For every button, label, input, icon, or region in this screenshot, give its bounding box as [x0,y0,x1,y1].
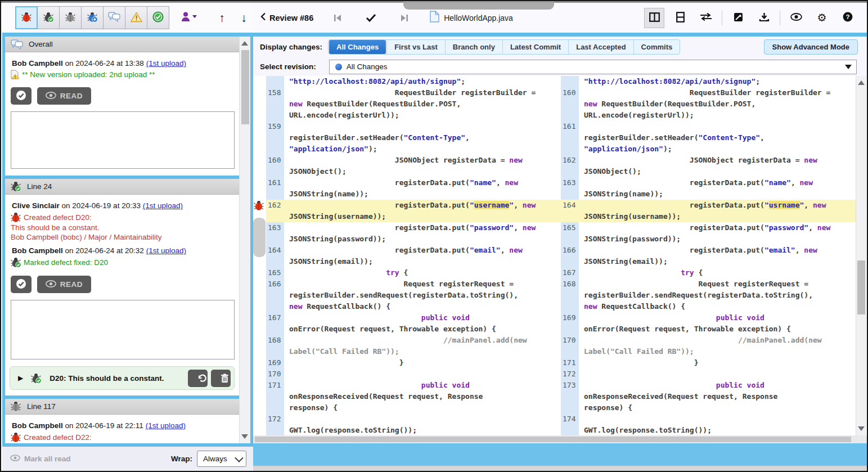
show-advanced-mode-button[interactable]: Show Advanced Mode [764,39,858,55]
line-number [561,76,579,87]
comment-meta: Bob Campbell on 2024-06-19 at 22:11 (1st… [12,421,233,430]
diff-vertical-scrollbar[interactable] [856,76,866,435]
code-line-highlighted: 164 registerData.put("usrname", newJSONS… [561,200,856,222]
eye-white-icon [46,92,56,101]
line-number: 172 [266,413,284,435]
diff-scroll-handle[interactable] [253,218,266,257]
current-file-chip[interactable]: HelloWorldApp.java [430,11,513,25]
wrap-dropdown[interactable]: Always [197,451,246,467]
bug-red-icon [21,12,32,24]
code-line: 166 registerData.put("email", newJSONStr… [561,245,856,267]
display-changes-tabs: All ChangesFirst vs LastBranch onlyLates… [328,39,680,55]
line-number: 168 [561,278,579,312]
sidebar-scroll-down[interactable] [241,434,248,439]
back-to-review-link[interactable]: Review #86 [260,12,313,23]
accept-button[interactable] [11,87,32,105]
help-button[interactable]: ? [838,8,858,28]
previous-comment-button[interactable]: ↑ [213,7,231,29]
read-button[interactable]: READ [37,87,91,105]
upload-link[interactable]: (1st upload) [146,246,186,255]
code-text: Request registerRequest =registerBuilder… [284,278,561,312]
diff-horizontal-scrollbar[interactable] [253,435,867,443]
code-line: 161registerBuilder.setHeader("Content-Ty… [561,121,856,155]
tab-last-accepted[interactable]: Last Accepted [568,40,633,54]
first-file-button[interactable] [330,14,345,23]
last-file-button[interactable] [397,14,412,23]
scroll-down-arrow[interactable] [858,426,865,431]
filter-fixed-defects-button[interactable] [37,6,60,29]
filter-accepted-button[interactable] [147,6,169,29]
scrollbar-thumb[interactable] [857,260,865,314]
code-line: 173 public voidonResponseReceived(Reques… [561,380,856,413]
accept-button[interactable] [11,276,32,293]
upload-link[interactable]: (1st upload) [143,201,183,210]
code-text: //mainPanel.add(newLabel("Call Failed RB… [579,335,856,357]
next-comment-button[interactable]: ↓ [235,7,253,29]
code-line: "http://localhost:8082/api/auth/signup"; [266,76,561,87]
mark-all-read-label: Mark all read [24,455,71,463]
assignee-dropdown-button[interactable] [177,7,201,29]
tab-commits[interactable]: Commits [633,40,680,54]
filter-open-defects-button[interactable] [15,6,38,29]
status-green-line: ** New version uploaded: 2nd upload ** [11,70,233,79]
columns-view-button[interactable] [644,8,664,28]
tab-first-vs-last[interactable]: First vs Last [386,40,445,54]
section-title: Line 24 [27,182,52,191]
bug-blue-arrow-icon [87,12,98,24]
code-line: 162 JSONObject registerData = newJSONObj… [561,155,856,177]
status-text: Marked defect fixed: D20 [24,258,108,267]
section-body: Bob Campbell on 2024-06-19 at 22:11 (1st… [5,415,239,443]
sidebar-scroll-up[interactable] [241,41,248,46]
filter-warnings-button[interactable] [125,6,147,29]
line-number: 163 [266,222,284,245]
sidebar-footer: Mark all read Wrap: Always [2,443,253,471]
code-line: 172GWT.log(response.toString()); [266,413,561,435]
sidebar-scroll-thumb[interactable] [241,50,249,124]
wrap-label: Wrap: [171,455,192,463]
upload-link[interactable]: (1st upload) [146,59,186,68]
swap-arrows-button[interactable] [696,8,716,28]
download-button[interactable] [754,8,774,28]
tab-latest-commit[interactable]: Latest Commit [502,40,568,54]
scroll-up-arrow[interactable] [858,80,865,85]
defect-text-block: Created defect D20:This should be a cons… [11,212,233,242]
code-line: 160 JSONObject registerData = newJSONObj… [266,155,561,177]
filter-comments-button[interactable] [103,6,125,29]
upload-link[interactable]: (1st upload) [146,421,186,430]
filter-gray-defects-button[interactable] [59,6,82,29]
comment-input[interactable] [11,111,235,169]
code-line: 167 try { [561,267,856,278]
section-header-overall[interactable]: Overall [5,37,239,52]
sidebar-scrollbar[interactable] [239,37,251,443]
mark-file-reviewed-button[interactable] [362,13,380,23]
contrast-image-button[interactable] [728,8,748,28]
code-text: } [284,357,561,368]
section-body: Bob Campbell on 2024-06-24 at 13:38 (1st… [5,52,239,83]
code-line-highlighted: 162 registerData.put("username", newJSON… [266,200,561,222]
diff-margin [253,76,266,435]
read-button[interactable]: READ [37,276,91,293]
code-text: JSONObject registerData = newJSONObject(… [284,155,561,177]
delete-defect-button[interactable] [211,370,231,387]
expand-defect-icon[interactable]: ▶ [18,374,23,382]
mark-all-read-button[interactable]: Mark all read [10,455,71,463]
section-header-line-117[interactable]: Line 117 [5,399,239,415]
tab-all-changes[interactable]: All Changes [329,40,386,54]
code-text: registerData.put("name", newJSONString(n… [579,177,856,200]
hscrollbar-thumb[interactable] [255,437,851,442]
bug-red-icon [11,212,21,223]
filter-moved-defects-button[interactable] [81,6,104,29]
eye-icon [10,455,20,463]
reopen-defect-button[interactable] [188,370,208,387]
comment-input[interactable] [11,300,235,359]
section-header-line-24[interactable]: Line 24 [5,179,239,195]
select-revision-row: Select revision: All Changes [253,57,867,77]
tab-branch-only[interactable]: Branch only [445,40,502,54]
diff-pane-after: "http://localhost:8082/api/auth/signup";… [561,76,856,435]
line-number: 170 [561,335,579,357]
defect-marker-bug-icon[interactable] [254,200,264,213]
revision-dropdown[interactable]: All Changes [329,60,857,74]
rows-view-button[interactable] [670,8,690,28]
gear-button[interactable]: ⚙ [812,8,832,28]
eye-button[interactable] [786,8,806,28]
